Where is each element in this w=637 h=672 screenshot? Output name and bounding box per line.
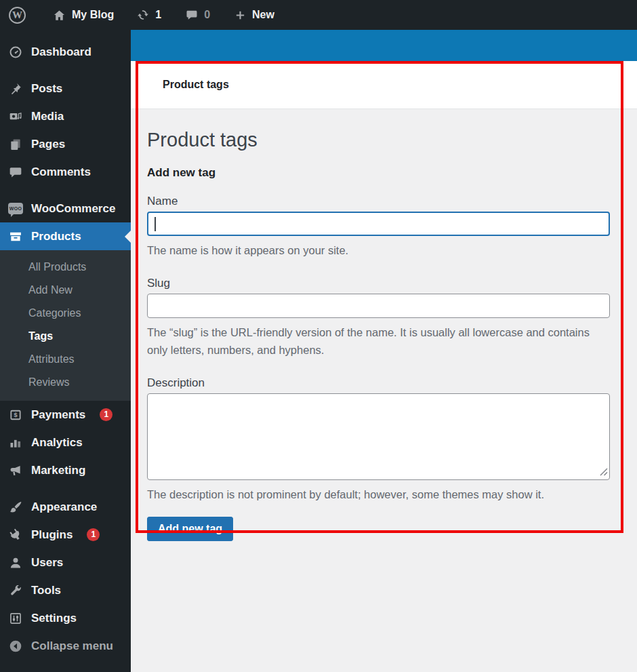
submenu-item-categories[interactable]: Categories bbox=[0, 302, 131, 325]
sidebar-item-media[interactable]: Media bbox=[0, 102, 131, 130]
wordpress-logo-icon: W bbox=[9, 7, 26, 24]
description-help-text: The description is not prominent by defa… bbox=[147, 486, 610, 503]
submenu-item-all-products[interactable]: All Products bbox=[0, 256, 131, 279]
home-icon bbox=[53, 9, 66, 22]
sidebar-item-label: Pages bbox=[31, 138, 65, 151]
sidebar-item-settings[interactable]: Settings bbox=[0, 604, 131, 632]
sidebar-separator bbox=[0, 186, 131, 195]
collapse-arrow-icon bbox=[8, 639, 23, 654]
add-new-tag-section-title: Add new tag bbox=[147, 166, 610, 180]
name-label: Name bbox=[147, 195, 610, 208]
site-name: My Blog bbox=[72, 9, 114, 21]
sidebar-item-appearance[interactable]: Appearance bbox=[0, 493, 131, 521]
slug-field-group: Slug The “slug” is the URL-friendly vers… bbox=[147, 277, 610, 359]
submenu-item-attributes[interactable]: Attributes bbox=[0, 348, 131, 371]
comment-bubble-icon bbox=[186, 9, 198, 21]
products-submenu: All Products Add New Categories Tags Att… bbox=[0, 250, 131, 401]
page-title: Product tags bbox=[147, 128, 610, 151]
submenu-item-reviews[interactable]: Reviews bbox=[0, 371, 131, 394]
sidebar-item-collapse-menu[interactable]: Collapse menu bbox=[0, 632, 131, 660]
user-icon bbox=[8, 555, 23, 570]
megaphone-icon bbox=[8, 463, 23, 478]
add-new-tag-button[interactable]: Add new tag bbox=[147, 517, 233, 541]
payments-icon: $ bbox=[8, 408, 23, 422]
main-area: Product tags Product tags Add new tag Na… bbox=[131, 30, 637, 672]
plug-icon bbox=[8, 528, 23, 542]
sidebar-separator bbox=[0, 484, 131, 493]
sidebar-item-label: Users bbox=[31, 556, 63, 570]
updates-indicator[interactable]: 1 bbox=[128, 0, 170, 30]
admin-sidebar: Dashboard Posts Media Pages Comments WOO… bbox=[0, 30, 131, 672]
wrench-icon bbox=[8, 583, 23, 598]
sidebar-item-label: Tools bbox=[31, 584, 61, 597]
update-count: 1 bbox=[155, 9, 161, 21]
new-content-menu[interactable]: New bbox=[226, 0, 283, 30]
sidebar-item-posts[interactable]: Posts bbox=[0, 75, 131, 102]
sidebar-item-plugins[interactable]: Plugins 1 bbox=[0, 521, 131, 549]
bar-chart-icon bbox=[8, 435, 23, 450]
admin-bar: W My Blog 1 0 New bbox=[0, 0, 637, 30]
description-field-group: Description The description is not promi… bbox=[147, 376, 610, 503]
sidebar-item-label: Appearance bbox=[31, 500, 97, 514]
plugins-badge: 1 bbox=[87, 528, 100, 541]
name-input[interactable] bbox=[147, 212, 610, 236]
sidebar-item-label: Settings bbox=[31, 612, 77, 625]
sliders-icon bbox=[8, 611, 23, 626]
payments-badge: 1 bbox=[100, 408, 112, 421]
sidebar-item-payments[interactable]: $ Payments 1 bbox=[0, 401, 131, 429]
sidebar-item-analytics[interactable]: Analytics bbox=[0, 429, 131, 456]
slug-label: Slug bbox=[147, 277, 610, 290]
plus-icon bbox=[234, 9, 246, 21]
sidebar-item-label: Dashboard bbox=[31, 45, 91, 59]
media-icon bbox=[8, 109, 23, 124]
sidebar-item-label: Analytics bbox=[31, 436, 83, 450]
description-textarea[interactable] bbox=[147, 393, 610, 480]
svg-text:$: $ bbox=[14, 412, 17, 418]
woocommerce-icon: WOO bbox=[8, 201, 23, 216]
sidebar-item-woocommerce[interactable]: WOO WooCommerce bbox=[0, 195, 131, 222]
comments-icon bbox=[8, 165, 23, 180]
resize-grip-icon[interactable] bbox=[600, 468, 608, 476]
sidebar-item-label: Collapse menu bbox=[31, 639, 113, 653]
slug-help-text: The “slug” is the URL-friendly version o… bbox=[147, 323, 610, 359]
page-content: Product tags Add new tag Name The name i… bbox=[131, 128, 637, 541]
dashboard-icon bbox=[8, 45, 23, 60]
name-help-text: The name is how it appears on your site. bbox=[147, 241, 610, 259]
pushpin-icon bbox=[8, 81, 23, 96]
comments-indicator[interactable]: 0 bbox=[177, 0, 219, 30]
sidebar-item-label: Media bbox=[31, 110, 64, 123]
sidebar-item-label: Comments bbox=[31, 165, 91, 179]
description-label: Description bbox=[147, 376, 610, 390]
sidebar-item-label: Plugins bbox=[31, 528, 73, 542]
sidebar-item-marketing[interactable]: Marketing bbox=[0, 456, 131, 484]
submenu-item-add-new[interactable]: Add New bbox=[0, 279, 131, 302]
pages-icon bbox=[8, 137, 23, 152]
sidebar-item-tools[interactable]: Tools bbox=[0, 576, 131, 604]
sidebar-separator bbox=[0, 66, 131, 75]
sidebar-item-comments[interactable]: Comments bbox=[0, 158, 131, 186]
slug-input[interactable] bbox=[147, 294, 610, 318]
submenu-item-tags[interactable]: Tags bbox=[0, 325, 131, 348]
products-icon bbox=[8, 229, 23, 244]
brush-icon bbox=[8, 500, 23, 515]
update-icon bbox=[137, 9, 149, 21]
new-label: New bbox=[252, 9, 274, 21]
sidebar-item-label: Marketing bbox=[31, 464, 85, 477]
sidebar-item-products[interactable]: Products bbox=[0, 222, 131, 250]
site-link[interactable]: My Blog bbox=[44, 0, 123, 30]
sidebar-item-users[interactable]: Users bbox=[0, 549, 131, 576]
page-header-bar: Product tags bbox=[131, 61, 637, 109]
sidebar-item-label: Posts bbox=[31, 82, 62, 96]
sidebar-item-label: WooCommerce bbox=[31, 202, 115, 216]
sidebar-item-label: Products bbox=[31, 230, 81, 243]
breadcrumb[interactable]: Product tags bbox=[163, 79, 229, 91]
sidebar-item-dashboard[interactable]: Dashboard bbox=[0, 38, 131, 66]
sidebar-item-label: Payments bbox=[31, 408, 85, 422]
comment-count: 0 bbox=[204, 9, 210, 21]
name-field-group: Name The name is how it appears on your … bbox=[147, 195, 610, 259]
wordpress-menu[interactable]: W bbox=[0, 0, 35, 30]
sidebar-item-pages[interactable]: Pages bbox=[0, 130, 131, 158]
woocommerce-header-bar bbox=[131, 30, 637, 61]
